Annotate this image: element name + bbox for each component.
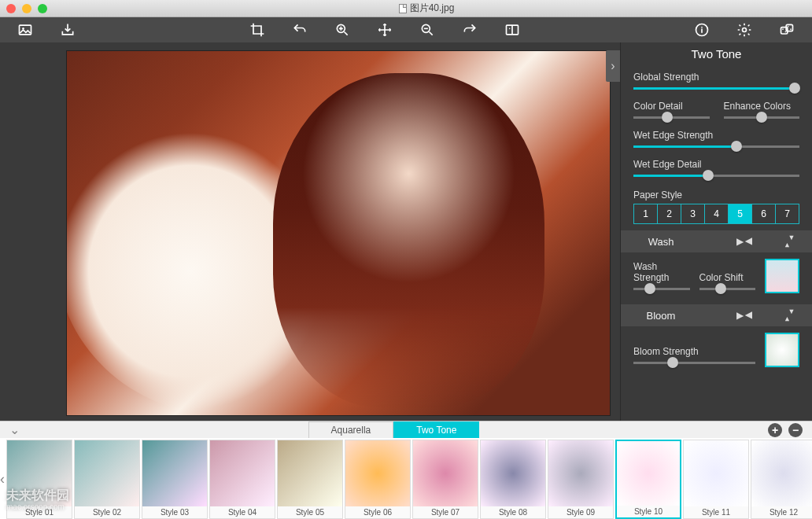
wash-controls: Wash Strength Color Shift [621, 256, 812, 298]
info-button[interactable] [692, 20, 711, 39]
preset-label: Style 01 [7, 506, 72, 518]
add-preset-button[interactable]: + [768, 423, 782, 437]
canvas-area: › [0, 42, 620, 421]
preset-thumbnail-strip: ‹ Style 01Style 02Style 03Style 04Style … [0, 438, 812, 519]
param-wash-strength: Wash Strength [633, 261, 690, 293]
minimize-button[interactable] [22, 4, 31, 13]
preset-style-03[interactable]: Style 03 [142, 440, 208, 519]
flip-horizontal-icon[interactable]: ▶▶ [736, 309, 752, 322]
paper-style-label: Paper Style [621, 185, 812, 204]
window-controls [6, 4, 47, 13]
preset-label: Style 08 [481, 506, 545, 518]
window-title: 图片40.jpg [47, 2, 806, 15]
scroll-left-button[interactable]: ‹ [0, 440, 5, 519]
redo-button[interactable] [460, 20, 479, 39]
sidebar-panel: Two Tone Global Strength Color Detail En… [620, 42, 812, 421]
bloom-section-header[interactable]: Bloom ▶▶ ▼▼ [621, 304, 812, 326]
randomize-button[interactable] [777, 20, 796, 39]
paper-style-group: 1234567 [621, 204, 812, 224]
wash-section-header[interactable]: Wash ▶▶ ▼▼ [621, 230, 812, 252]
remove-preset-button[interactable]: − [788, 423, 803, 437]
bloom-swatch[interactable] [765, 333, 799, 367]
tab-two-tone[interactable]: Two Tone [393, 421, 479, 439]
slider-color-shift[interactable] [699, 288, 756, 290]
zoom-in-button[interactable] [333, 20, 352, 39]
panel-title: Two Tone [621, 42, 812, 68]
slider-wash-strength[interactable] [633, 288, 690, 290]
flip-vertical-icon[interactable]: ▼▼ [784, 235, 799, 248]
paper-style-1[interactable]: 1 [633, 204, 658, 224]
sidebar-collapse-button[interactable]: › [606, 50, 620, 82]
param-color-detail: Color Detail [633, 101, 710, 122]
settings-button[interactable] [735, 20, 754, 39]
slider-color-detail[interactable] [633, 116, 710, 119]
preset-label: Style 05 [278, 506, 342, 518]
svg-point-7 [743, 28, 747, 32]
preset-label: Style 11 [684, 506, 748, 518]
preset-style-12[interactable]: Style 12 [751, 440, 812, 519]
chevron-down-icon[interactable]: ⌄ [9, 422, 20, 437]
preset-label: Style 07 [413, 506, 478, 518]
preset-label: Style 12 [751, 506, 812, 518]
svg-point-13 [790, 28, 792, 30]
preset-style-09[interactable]: Style 09 [548, 440, 614, 519]
preset-label: Style 06 [345, 506, 410, 518]
main-area: › Two Tone Global Strength Color Detail … [0, 42, 812, 421]
preset-style-11[interactable]: Style 11 [683, 440, 749, 519]
titlebar: 图片40.jpg [0, 0, 812, 17]
compare-button[interactable] [503, 20, 522, 39]
image-canvas[interactable] [66, 50, 611, 416]
slider-bloom-strength[interactable] [633, 362, 755, 364]
preset-style-04[interactable]: Style 04 [209, 440, 275, 519]
undo-button[interactable] [290, 20, 309, 39]
slider-wet-edge-strength[interactable] [633, 145, 799, 148]
toolbar [0, 17, 812, 42]
pan-button[interactable] [375, 20, 394, 39]
paper-style-7[interactable]: 7 [776, 204, 799, 224]
preset-style-01[interactable]: Style 01 [6, 440, 72, 519]
wash-swatch[interactable] [765, 259, 799, 293]
svg-point-10 [782, 28, 784, 30]
preset-style-08[interactable]: Style 08 [480, 440, 546, 519]
crop-button[interactable] [248, 20, 267, 39]
svg-point-11 [785, 31, 787, 33]
preset-label: Style 03 [142, 506, 207, 518]
preset-style-05[interactable]: Style 05 [277, 440, 343, 519]
paper-style-5[interactable]: 5 [729, 204, 752, 224]
maximize-button[interactable] [38, 4, 47, 13]
preset-label: Style 10 [617, 506, 680, 517]
bloom-controls: Bloom Strength [621, 329, 812, 372]
preset-tab-bar: ⌄ Aquarella Two Tone + − [0, 421, 812, 438]
paper-style-3[interactable]: 3 [681, 204, 705, 224]
preset-style-07[interactable]: Style 07 [412, 440, 478, 519]
open-image-button[interactable] [16, 20, 35, 39]
svg-rect-0 [20, 25, 31, 35]
param-wet-edge-strength: Wet Edge Strength [621, 127, 812, 156]
tab-aquarella[interactable]: Aquarella [308, 421, 394, 439]
preset-label: Style 09 [548, 506, 613, 518]
flip-vertical-icon[interactable]: ▼▼ [784, 309, 799, 322]
preset-style-02[interactable]: Style 02 [74, 440, 140, 519]
svg-point-12 [788, 26, 789, 28]
flip-horizontal-icon[interactable]: ▶▶ [736, 235, 752, 248]
zoom-out-button[interactable] [418, 20, 437, 39]
preset-style-06[interactable]: Style 06 [345, 440, 411, 519]
param-enhance-colors: Enhance Colors [724, 101, 800, 122]
paper-style-4[interactable]: 4 [705, 204, 729, 224]
paper-style-6[interactable]: 6 [752, 204, 776, 224]
svg-point-5 [509, 28, 511, 30]
preset-label: Style 02 [75, 506, 139, 518]
slider-enhance-colors[interactable] [724, 116, 800, 119]
window-title-text: 图片40.jpg [410, 2, 455, 15]
slider-global-strength[interactable] [633, 87, 799, 90]
param-global-strength: Global Strength [621, 68, 812, 98]
param-wet-edge-detail: Wet Edge Detail [621, 156, 812, 185]
close-button[interactable] [6, 4, 16, 13]
document-icon [399, 4, 407, 13]
paper-style-2[interactable]: 2 [658, 204, 681, 224]
preset-style-10[interactable]: Style 10 [615, 440, 681, 519]
slider-wet-edge-detail[interactable] [633, 175, 799, 177]
save-button[interactable] [58, 20, 77, 39]
param-bloom-strength: Bloom Strength [633, 346, 755, 367]
param-color-shift: Color Shift [699, 272, 756, 293]
